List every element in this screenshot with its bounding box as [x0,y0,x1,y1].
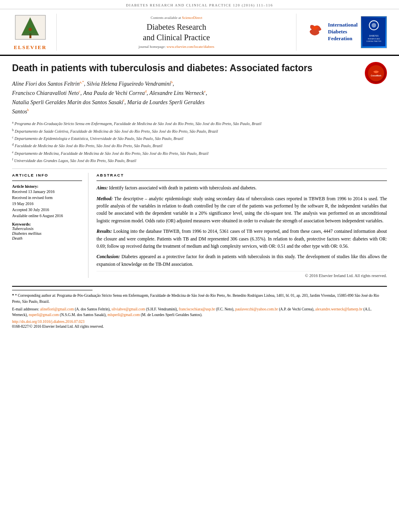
elsevier-brand: ELSEVIER [14,44,47,51]
email-1[interactable]: alinefiori@gmail.com [40,307,74,311]
abstract-divider [97,181,387,181]
email-6[interactable]: nsperli@gmail.com [29,313,59,317]
email-addresses: E-mail addresses: alinefiori@gmail.com (… [12,306,387,318]
page-footer: * * Corresponding author at: Programa de… [12,286,387,329]
author-7-cont: Santos [12,109,27,115]
author-1: Aline Fiori dos Santos Feltrin [12,81,80,87]
footnote-divider [12,290,93,290]
affiliation-b: b Departamento de Saúde Coletiva, Faculd… [12,128,387,134]
author-7: Maria de Lourdes Sperli Geraldes [127,99,204,105]
abstract-aims: Aims: Identify factors associated with d… [97,184,387,191]
journal-top-bar: DIABETES RESEARCH AND CLINICAL PRACTICE … [0,0,399,9]
author-5: Alexandre Lins Werneck [150,90,204,96]
corresponding-author: * * Corresponding author at: Programa de… [12,293,387,304]
history-label: Article history: [12,184,82,189]
keyword-3: Death [12,236,82,240]
keywords-group: Keywords: Tuberculosis Diabetes mellitus… [12,222,82,240]
author-4: Ana Paula de Vechi Correa [83,90,145,96]
elsevier-logo: ELSEVIER [8,13,52,51]
issn-line: 0168-8227/© 2016 Elsevier Ireland Ltd. A… [12,325,387,329]
doi-link[interactable]: http://dx.doi.org/10.1016/j.diabres.2016… [12,320,84,324]
svg-text:CrossMark: CrossMark [371,74,381,77]
abstract-method: Method: The descriptive – analytic epide… [97,195,387,225]
journal-title-block: Contents available at ScienceDirect Diab… [56,14,296,51]
copyright-line: © 2016 Elsevier Ireland Ltd. All rights … [97,271,387,278]
journal-name: Diabetes Research and Clinical Practice [63,22,290,43]
affiliation-c: c Departamento de Epidemiologia e Estatí… [12,135,387,142]
revised-label: Received in revised form [12,195,82,201]
svg-text:DIABETES: DIABETES [369,35,379,37]
idf-bird-icon [304,22,325,42]
authors-section: Aline Fiori dos Santos Feltrina,*, Silvi… [12,79,387,116]
received-date: Received 13 January 2016 [12,189,82,195]
svg-text:CLINICAL PRACTICE: CLINICAL PRACTICE [366,41,382,42]
affiliation-f: f Universidade das Grandes Lagos, São Jo… [12,157,387,164]
keywords-label: Keywords: [12,222,82,226]
affiliation-d: d Faculdade de Medicina de São José do R… [12,142,387,149]
email-4[interactable]: paulavecchi@yahoo.com.br [235,307,278,311]
crossmark-inner: CrossMark [368,65,384,81]
svg-text:RESEARCH AND: RESEARCH AND [368,38,380,40]
author-6: Natalia Sperli Geraldes Marin dos Santos… [12,99,123,105]
page-wrapper: DIABETES RESEARCH AND CLINICAL PRACTICE … [0,0,399,532]
author-3: Francisco Chiaravalloti Neto [12,90,79,96]
idf-name: International Diabetes Federation [328,22,358,42]
keyword-1: Tuberculosis [12,226,82,231]
available-date: Available online 6 August 2016 [12,213,82,219]
email-7[interactable]: mlsperli@gmail.com [107,313,140,317]
email-3[interactable]: franciscochiara@usp.br [179,307,215,311]
elsevier-tree-icon [13,13,47,43]
journal-citation: DIABETES RESEARCH AND CLINICAL PRACTICE … [126,3,273,7]
header-section: ELSEVIER Contents available at ScienceDi… [0,9,399,56]
article-content: Death in patients with tuberculosis and … [0,56,399,282]
contents-available-label: Contents available at ScienceDirect [63,16,290,20]
idf-block: International Diabetes Federation DIABET… [300,16,391,48]
revised-date: 19 May 2016 [12,201,82,207]
abstract-results: Results: Looking into the database TBWEB… [97,228,387,250]
affiliation-a: a Programa de Pós-Graduação Stricto Sens… [12,120,387,127]
accepted-date: Accepted 30 July 2016 [12,207,82,213]
article-info-divider [12,181,82,181]
journal-url[interactable]: www.elsevier.com/locate/diabres [167,45,214,49]
abstract-conclusion: Conclusion: Diabetes appeared as a prote… [97,253,387,268]
affiliation-e: e Departamento de Medicina, Faculdade de… [12,150,387,156]
email-2[interactable]: silviahve@gmail.com [111,307,145,311]
author-2: Silvia Helena Figueiredo Vendramini [87,81,171,87]
article-info-column: ARTICLE INFO Article history: Received 1… [12,173,88,278]
journal-cover-thumbnail: DIABETES RESEARCH AND CLINICAL PRACTICE [361,16,387,48]
email-5[interactable]: alexandre.werneck@famerp.br [315,307,362,311]
abstract-text: Aims: Identify factors associated with d… [97,184,387,268]
article-history: Article history: Received 13 January 201… [12,184,82,219]
abstract-column: ABSTRACT Aims: Identify factors associat… [97,173,387,278]
doi-line[interactable]: http://dx.doi.org/10.1016/j.diabres.2016… [12,320,387,324]
svg-point-8 [372,23,376,27]
journal-homepage: journal homepage: www.elsevier.com/locat… [63,45,290,49]
article-title: Death in patients with tuberculosis and … [12,62,387,74]
article-info-label: ARTICLE INFO [12,173,82,177]
two-column-layout: ARTICLE INFO Article history: Received 1… [12,173,387,278]
sciencedirect-link[interactable]: ScienceDirect [182,16,202,20]
svg-point-4 [29,28,32,31]
keyword-2: Diabetes mellitus [12,231,82,236]
abstract-label: ABSTRACT [97,173,387,177]
crossmark-badge: CrossMark [365,62,387,84]
affiliations-section: a Programa de Pós-Graduação Stricto Sens… [12,120,387,169]
